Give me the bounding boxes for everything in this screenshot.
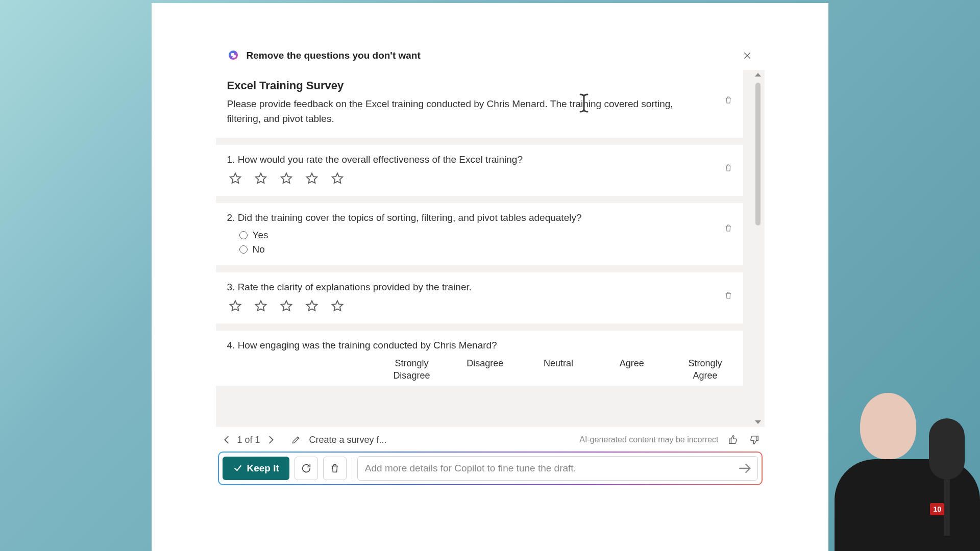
radio-label: No	[253, 244, 265, 255]
star-3[interactable]	[279, 171, 293, 186]
star-2[interactable]	[254, 299, 268, 313]
star-3[interactable]	[279, 299, 293, 313]
likert-label: Disagree	[458, 357, 511, 382]
delete-header-button[interactable]	[724, 95, 734, 106]
star-1[interactable]	[228, 299, 242, 313]
star-4[interactable]	[305, 171, 319, 186]
close-button[interactable]	[741, 49, 753, 62]
radio-label: Yes	[253, 230, 268, 241]
delete-question-button[interactable]	[724, 163, 734, 173]
scroll-up-icon[interactable]	[755, 73, 761, 77]
trash-icon	[724, 291, 733, 300]
delete-question-button[interactable]	[724, 223, 734, 234]
likert-label: Agree	[605, 357, 658, 382]
refresh-icon	[301, 463, 312, 474]
next-draft-button[interactable]	[265, 434, 277, 445]
trash-icon	[724, 223, 733, 233]
radio-options: Yes No	[227, 230, 732, 255]
regenerate-button[interactable]	[295, 457, 318, 480]
thumbs-up-button[interactable]	[728, 434, 739, 445]
panel-footer: 1 of 1 Create a survey f... AI-generated…	[216, 427, 765, 448]
chevron-right-icon	[265, 434, 277, 445]
send-button[interactable]	[737, 460, 753, 477]
keep-it-label: Keep it	[247, 463, 279, 474]
document-canvas: Remove the questions you don't want Exce…	[152, 3, 828, 551]
star-4[interactable]	[305, 299, 319, 313]
page-indicator: 1 of 1	[237, 435, 260, 445]
ai-disclaimer: AI-generated content may be incorrect	[579, 435, 718, 444]
action-bar: Keep it	[218, 452, 763, 485]
star-1[interactable]	[228, 171, 242, 186]
copilot-panel: Remove the questions you don't want Exce…	[216, 41, 765, 485]
radio-icon	[239, 245, 248, 254]
question-card-4[interactable]: 4. How engaging was the training conduct…	[216, 331, 743, 386]
star-5[interactable]	[330, 299, 345, 313]
question-text: 3. Rate the clarity of explanations prov…	[227, 282, 732, 293]
question-text: 4. How engaging was the training conduct…	[227, 340, 732, 351]
likert-label: Neutral	[532, 357, 585, 382]
panel-title: Remove the questions you don't want	[247, 50, 734, 61]
discard-button[interactable]	[323, 457, 347, 480]
thumbs-down-button[interactable]	[748, 434, 760, 445]
radio-option-yes[interactable]: Yes	[239, 230, 732, 241]
rating-stars	[227, 299, 732, 313]
copilot-icon	[227, 49, 239, 62]
likert-scale: Strongly Disagree Disagree Neutral Agree…	[227, 357, 732, 382]
questions-list: Excel Training Survey Please provide fee…	[216, 70, 743, 386]
trash-icon	[724, 95, 733, 105]
questions-scroll-area: Excel Training Survey Please provide fee…	[216, 70, 765, 427]
star-5[interactable]	[330, 171, 345, 186]
scrollbar-thumb[interactable]	[755, 83, 761, 226]
thumbs-down-icon	[748, 434, 760, 445]
question-text: 1. How would you rate the overall effect…	[227, 154, 732, 165]
close-icon	[743, 51, 752, 60]
survey-description: Please provide feedback on the Excel tra…	[227, 96, 676, 127]
thumbs-up-icon	[728, 434, 739, 445]
star-2[interactable]	[254, 171, 268, 186]
pencil-icon	[291, 435, 301, 445]
radio-icon	[239, 231, 248, 239]
scrollbar[interactable]	[754, 70, 762, 427]
likert-label: Strongly Agree	[679, 357, 732, 382]
arrow-right-icon	[737, 460, 753, 477]
presenter-overlay: 10	[835, 378, 980, 551]
refine-input-wrap	[357, 456, 758, 481]
likert-label: Strongly Disagree	[385, 357, 438, 382]
question-card-2[interactable]: 2. Did the training cover the topics of …	[216, 203, 743, 265]
delete-question-button[interactable]	[724, 291, 734, 301]
radio-option-no[interactable]: No	[239, 244, 732, 255]
panel-header: Remove the questions you don't want	[216, 41, 765, 70]
trash-icon	[329, 463, 340, 474]
trash-icon	[724, 163, 733, 172]
question-text: 2. Did the training cover the topics of …	[227, 212, 732, 223]
scroll-down-icon[interactable]	[755, 420, 761, 424]
rating-stars	[227, 171, 732, 186]
survey-title: Excel Training Survey	[227, 79, 732, 92]
chevron-left-icon	[221, 434, 232, 445]
divider	[352, 458, 352, 479]
prev-draft-button[interactable]	[221, 434, 232, 445]
survey-header-card[interactable]: Excel Training Survey Please provide fee…	[216, 70, 743, 138]
prompt-preview: Create a survey f...	[309, 435, 387, 445]
refine-input[interactable]	[365, 463, 737, 474]
question-card-3[interactable]: 3. Rate the clarity of explanations prov…	[216, 272, 743, 323]
presenter-badge: 10	[930, 503, 944, 515]
keep-it-button[interactable]: Keep it	[223, 457, 289, 480]
question-card-1[interactable]: 1. How would you rate the overall effect…	[216, 145, 743, 196]
check-icon	[233, 463, 243, 473]
